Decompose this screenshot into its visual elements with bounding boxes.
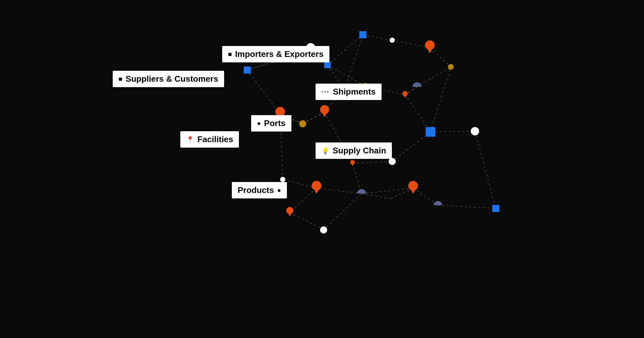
ports-icon: ● — [257, 120, 261, 127]
shipments-label: ··· Shipments — [316, 84, 382, 100]
ports-label: ● Ports — [251, 115, 291, 132]
facilities-icon: 📍 — [186, 136, 194, 143]
suppliers-customers-label: ■ Suppliers & Customers — [113, 71, 224, 87]
products-label: Products ● — [232, 182, 287, 198]
importers-exporters-label: ■ Importers & Exporters — [222, 46, 329, 62]
supply-chain-label: 💡 Supply Chain — [316, 142, 392, 159]
suppliers-customers-icon: ■ — [118, 75, 122, 83]
importers-exporters-icon: ■ — [228, 50, 232, 58]
supply-chain-icon: 💡 — [321, 147, 329, 155]
products-icon: ● — [277, 187, 281, 194]
shipments-icon: ··· — [321, 88, 330, 96]
facilities-label: 📍 Facilities — [180, 131, 239, 148]
